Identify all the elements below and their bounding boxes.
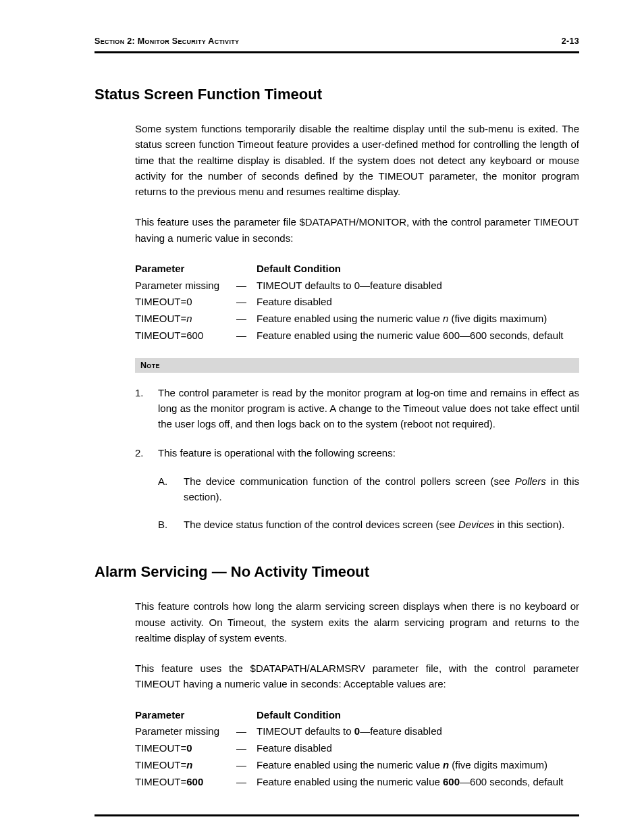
note-label-bar: Note	[135, 358, 579, 373]
table-row: TIMEOUT=600 — Feature enabled using the …	[135, 774, 579, 791]
page-header: Section 2: Monitor Security Activity 2-1…	[95, 36, 579, 53]
page: Section 2: Monitor Security Activity 2-1…	[0, 0, 644, 834]
section2-body: This feature controls how long the alarm…	[135, 598, 579, 790]
list-item: 1. The control parameter is read by the …	[135, 385, 579, 432]
section2-para1: This feature controls how long the alarm…	[135, 598, 579, 646]
table-row: TIMEOUT=n — Feature enabled using the nu…	[135, 311, 579, 328]
section2-title: Alarm Servicing — No Activity Timeout	[95, 563, 579, 581]
section2-para2: This feature uses the $DATAPATH/ALARMSRV…	[135, 660, 579, 692]
section1-para2: This feature uses the parameter file $DA…	[135, 214, 579, 246]
table-row: TIMEOUT=0 — Feature disabled	[135, 740, 579, 757]
list-item: B. The device status function of the con…	[158, 517, 579, 532]
notes-list: 1. The control parameter is read by the …	[135, 385, 579, 545]
section1-param-table: Parameter Default Condition Parameter mi…	[135, 261, 579, 344]
table-row: TIMEOUT=0 — Feature disabled	[135, 294, 579, 311]
section2-param-table: Parameter Default Condition Parameter mi…	[135, 707, 579, 791]
table-row: Parameter missing — TIMEOUT defaults to …	[135, 723, 579, 740]
s1-table-head-cond: Default Condition	[257, 261, 579, 278]
s2-table-head-cond: Default Condition	[257, 707, 579, 724]
notes-sublist: A. The device communication function of …	[158, 473, 579, 533]
header-page-number: 2-13	[562, 36, 579, 46]
note-label: Note	[140, 361, 160, 370]
table-row: TIMEOUT=n — Feature enabled using the nu…	[135, 757, 579, 774]
section1-title: Status Screen Function Timeout	[95, 86, 579, 103]
list-item: 2. This feature is operational with the …	[135, 445, 579, 544]
header-section-prefix: Section 2:	[95, 36, 138, 46]
footer-rule	[95, 814, 579, 816]
section1-body: Some system functions temporarily disabl…	[135, 121, 579, 544]
table-row: TIMEOUT=600 — Feature enabled using the …	[135, 328, 579, 344]
header-section-title: Monitor Security Activity	[138, 36, 240, 46]
header-section: Section 2: Monitor Security Activity	[95, 36, 239, 46]
list-item: A. The device communication function of …	[158, 473, 579, 505]
s2-table-head-param: Parameter	[135, 707, 236, 724]
section1-para1: Some system functions temporarily disabl…	[135, 121, 579, 199]
s1-table-head-param: Parameter	[135, 261, 236, 278]
table-row: Parameter missing — TIMEOUT defaults to …	[135, 278, 579, 294]
